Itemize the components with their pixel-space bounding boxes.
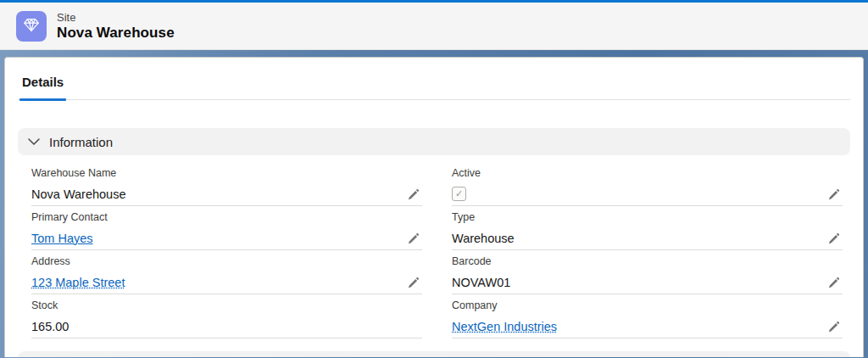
field-label: Company (452, 299, 843, 312)
field-stock: Stock 165.00 (31, 294, 422, 338)
field-value: Warehouse (452, 232, 515, 245)
record-detail-card: Details Information Warehouse Name Nova … (4, 57, 864, 357)
field-company: Company NextGen Industries (452, 294, 843, 338)
pencil-icon (408, 232, 420, 244)
section-header-information[interactable]: Information (18, 128, 850, 155)
edit-warehouse-name-button[interactable] (405, 187, 422, 202)
tab-strip: Details (18, 58, 850, 100)
address-link[interactable]: 123 Maple Street (31, 276, 125, 289)
field-value: 165.00 (31, 320, 69, 333)
field-label: Warehouse Name (31, 167, 422, 180)
edit-company-button[interactable] (826, 319, 843, 334)
edit-address-button[interactable] (405, 275, 422, 290)
pencil-icon (408, 188, 420, 200)
gem-icon (22, 15, 41, 37)
primary-contact-link[interactable]: Tom Hayes (31, 232, 93, 245)
field-label: Type (452, 211, 843, 224)
active-checkbox-checked: ✓ (452, 187, 466, 201)
company-link[interactable]: NextGen Industries (452, 320, 557, 333)
edit-barcode-button[interactable] (826, 275, 843, 290)
pencil-icon (828, 232, 840, 244)
pencil-icon (828, 277, 840, 288)
chevron-down-icon (28, 138, 40, 145)
field-grid: Warehouse Name Nova Warehouse Active ✓ (31, 162, 843, 338)
pencil-icon (408, 277, 420, 288)
field-value: Nova Warehouse (31, 187, 126, 201)
field-barcode: Barcode NOVAW01 (452, 250, 843, 294)
field-value: NOVAW01 (452, 276, 510, 289)
pencil-icon (828, 321, 840, 333)
edit-active-button[interactable] (826, 187, 843, 202)
pencil-icon (828, 188, 840, 200)
edit-primary-contact-button[interactable] (405, 231, 422, 246)
field-label: Barcode (452, 255, 843, 268)
field-label: Stock (31, 299, 422, 312)
site-entity-icon (16, 11, 47, 42)
field-type: Type Warehouse (452, 206, 843, 250)
record-page-header: Site Nova Warehouse (0, 3, 868, 50)
field-label: Active (452, 167, 843, 180)
field-warehouse-name: Warehouse Name Nova Warehouse (31, 162, 422, 206)
field-label: Address (31, 255, 422, 268)
edit-type-button[interactable] (826, 231, 843, 246)
field-address: Address 123 Maple Street (31, 250, 422, 294)
section-title: Information (49, 135, 113, 149)
field-label: Primary Contact (31, 211, 422, 224)
field-primary-contact: Primary Contact Tom Hayes (31, 206, 422, 250)
page-title: Nova Warehouse (57, 24, 175, 42)
field-active: Active ✓ (452, 162, 843, 206)
entity-label: Site (57, 11, 175, 24)
tab-details[interactable]: Details (19, 75, 66, 99)
next-section-header-partial[interactable] (18, 351, 850, 357)
